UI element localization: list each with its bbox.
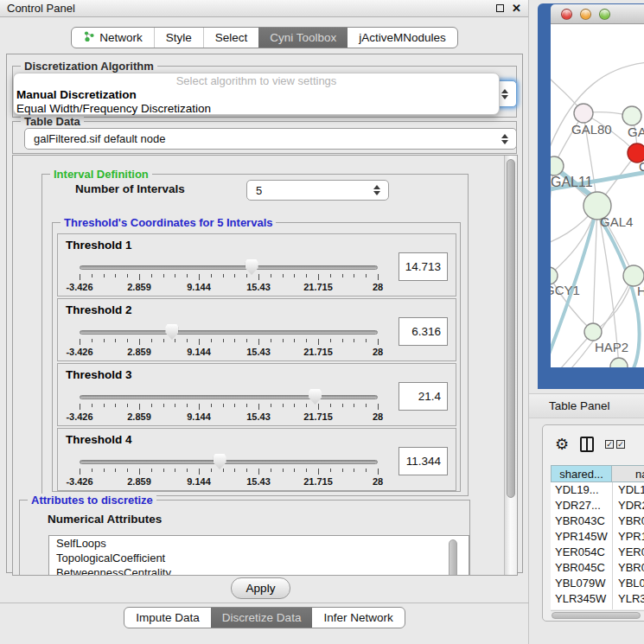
scrollbar-thumb[interactable] xyxy=(552,612,641,619)
table-row[interactable]: YPR145WYPR1 xyxy=(551,529,644,545)
network-node[interactable] xyxy=(574,104,593,123)
threshold-value-field[interactable]: 14.713 xyxy=(399,252,448,281)
combo-stepper-icon xyxy=(373,185,380,195)
tick-mark xyxy=(366,404,367,407)
minimize-traffic-light-icon[interactable] xyxy=(580,9,591,20)
network-node-label: C xyxy=(639,159,644,174)
network-node[interactable] xyxy=(622,106,641,125)
table-row[interactable]: YIL052CYIL0 xyxy=(551,607,644,609)
tab-select[interactable]: Select xyxy=(203,28,259,48)
tab-discretize-data[interactable]: Discretize Data xyxy=(211,608,313,628)
tab-network[interactable]: Network xyxy=(72,28,154,48)
tab-style[interactable]: Style xyxy=(154,28,203,48)
tick-labels: -3.4262.8599.14415.4321.71528 xyxy=(80,476,378,488)
gear-icon[interactable]: ⚙ xyxy=(555,437,569,452)
threshold-value-field[interactable]: 6.316 xyxy=(399,317,448,346)
tab-impute-data[interactable]: Impute Data xyxy=(124,608,211,628)
algorithm-popup-item[interactable]: Equal Width/Frequency Discretization xyxy=(14,102,499,116)
list-scrollbar-thumb[interactable] xyxy=(449,539,457,576)
settings-vertical-scrollbar[interactable] xyxy=(504,156,517,575)
number-of-intervals-label: Number of Intervals xyxy=(75,182,185,195)
tick-mark xyxy=(187,404,188,407)
checkbox-icon[interactable]: ✓ xyxy=(605,440,614,449)
network-node[interactable] xyxy=(584,323,602,341)
table-row[interactable]: YBR045CYBR0 xyxy=(551,560,644,576)
threshold-row: Threshold 2-3.4262.8599.14415.4321.71528… xyxy=(57,298,456,361)
table-row[interactable]: YBL079WYBL0 xyxy=(551,576,644,591)
tick-mark xyxy=(151,469,152,472)
table-cell: YLR3 xyxy=(612,591,644,607)
combo-stepper-icon xyxy=(501,134,508,144)
tick-mark xyxy=(294,469,295,472)
slider-thumb[interactable] xyxy=(245,259,258,275)
slider-thumb[interactable] xyxy=(165,324,178,340)
checkbox-icon[interactable]: ✓ xyxy=(616,440,625,449)
tick-mark xyxy=(175,274,175,277)
table-cell: YER054C xyxy=(551,545,612,560)
network-node[interactable] xyxy=(551,156,564,175)
tab-jactivemnodules[interactable]: jActiveMNodules xyxy=(348,28,457,48)
table-row[interactable]: YDR27...YDR2 xyxy=(551,498,644,513)
tab-label: Impute Data xyxy=(136,611,200,624)
tab-cyni-toolbox[interactable]: Cyni Toolbox xyxy=(258,28,348,48)
tick-mark xyxy=(80,274,80,280)
network-node[interactable] xyxy=(551,267,558,284)
tab-label: jActiveMNodules xyxy=(359,31,446,44)
tick-mark xyxy=(378,339,379,345)
tick-mark xyxy=(258,274,259,280)
thresholds-group: Threshold's Coordinates for 5 Intervals … xyxy=(52,222,461,492)
algorithm-popup-item[interactable]: Manual Discretization xyxy=(14,88,499,102)
table-row[interactable]: YBR043CYBR0 xyxy=(551,513,644,529)
zoom-traffic-light-icon[interactable] xyxy=(599,9,610,20)
tick-mark xyxy=(306,274,307,277)
table-header-shared-name[interactable]: shared... xyxy=(551,465,612,482)
tab-infer-network[interactable]: Infer Network xyxy=(312,608,404,628)
tick-label: -3.426 xyxy=(66,476,92,487)
float-window-icon[interactable] xyxy=(496,4,504,12)
threshold-value-field[interactable]: 11.344 xyxy=(399,447,448,475)
network-canvas[interactable]: GAL80GACGAL11GAL4GCY1HHAP2 xyxy=(551,24,644,367)
tick-mark xyxy=(223,469,224,472)
cyni-toolbox-pane: Discretization Algorithm Select algorith… xyxy=(6,54,523,573)
tick-mark xyxy=(115,404,116,407)
list-item[interactable]: SelfLoops xyxy=(49,536,469,551)
tab-label: Select xyxy=(215,31,248,44)
threshold-value-field[interactable]: 21.4 xyxy=(399,382,448,411)
network-node[interactable] xyxy=(610,358,628,367)
tick-mark xyxy=(234,274,235,277)
table-row[interactable]: YER054CYER0 xyxy=(551,545,644,560)
tick-label: 15.43 xyxy=(246,411,271,422)
tick-mark xyxy=(342,339,343,342)
slider-thumb[interactable] xyxy=(309,389,322,405)
tick-mark xyxy=(354,274,354,277)
apply-button[interactable]: Apply xyxy=(231,577,290,599)
split-pane-icon[interactable] xyxy=(580,437,594,452)
close-traffic-light-icon[interactable] xyxy=(561,9,572,20)
tick-label: 21.715 xyxy=(303,411,333,422)
tick-mark xyxy=(271,404,271,407)
tick-mark xyxy=(294,339,295,342)
tick-mark xyxy=(342,404,343,407)
tick-mark xyxy=(151,274,152,277)
tick-mark xyxy=(378,404,379,410)
scrollbar-thumb[interactable] xyxy=(507,159,515,498)
network-node-label: GAL80 xyxy=(571,122,612,137)
tick-mark xyxy=(258,469,259,475)
tick-mark xyxy=(211,404,212,407)
tick-mark xyxy=(175,404,175,407)
close-icon[interactable]: ✕ xyxy=(512,3,521,14)
table-header-name[interactable]: na xyxy=(612,465,644,482)
table-row[interactable]: YDL19...YDL1 xyxy=(551,482,644,498)
table-data-combobox[interactable]: galFiltered.sif default node xyxy=(24,128,517,150)
number-of-intervals-value: 5 xyxy=(256,184,262,197)
slider-thumb[interactable] xyxy=(214,454,226,469)
table-horizontal-scrollbar[interactable] xyxy=(551,610,644,620)
list-item[interactable]: BetweennessCentrality xyxy=(49,565,469,576)
table-cell: YDR2 xyxy=(612,498,644,513)
number-of-intervals-combobox[interactable]: 5 xyxy=(246,180,389,201)
network-edge[interactable] xyxy=(551,367,619,367)
threshold-row: Threshold 1-3.4262.8599.14415.4321.71528… xyxy=(57,233,456,296)
tick-mark xyxy=(306,404,307,407)
table-row[interactable]: YLR345WYLR3 xyxy=(551,591,644,607)
list-item[interactable]: TopologicalCoefficient xyxy=(49,551,469,565)
